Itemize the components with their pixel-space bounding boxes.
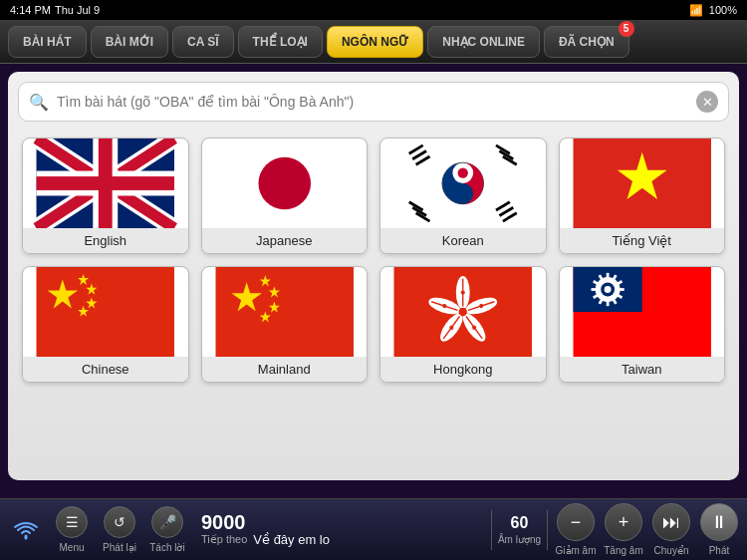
svg-rect-64 bbox=[616, 288, 623, 291]
song-number: 9000 bbox=[201, 512, 246, 532]
decrease-label: Giảm âm bbox=[556, 545, 597, 556]
lang-label-hongkong: Hongkong bbox=[380, 357, 546, 382]
lang-card-tiengviet[interactable]: Tiếng Việt bbox=[559, 138, 726, 254]
status-right: 📶 100% bbox=[689, 4, 737, 17]
lang-card-mainland[interactable]: Mainland bbox=[201, 266, 369, 383]
split-button[interactable]: 🎤 Tách lời bbox=[145, 506, 189, 553]
divider-1 bbox=[491, 510, 492, 550]
menu-button[interactable]: ☰ Menu bbox=[50, 506, 94, 553]
status-bar: 4:14 PM Thu Jul 9 📶 100% bbox=[0, 0, 747, 20]
tab-nhac-online[interactable]: NHẠC ONLINE bbox=[427, 26, 540, 58]
language-grid: English Japanese bbox=[18, 138, 729, 383]
search-input[interactable] bbox=[57, 94, 696, 110]
flag-mainland bbox=[202, 267, 368, 357]
tab-badge: 5 bbox=[619, 21, 634, 37]
replay-label: Phát lại bbox=[103, 542, 136, 553]
flag-hongkong bbox=[380, 267, 546, 357]
flag-taiwan bbox=[560, 267, 725, 357]
lang-card-english[interactable]: English bbox=[22, 138, 189, 254]
lang-card-korean[interactable]: Korean bbox=[379, 138, 547, 254]
increase-button[interactable]: + Tăng âm bbox=[602, 503, 645, 556]
svg-rect-67 bbox=[606, 298, 609, 306]
song-info: 9000 Tiếp theo Về đây em lo bbox=[193, 512, 485, 547]
flag-japanese bbox=[202, 139, 368, 228]
next-song-icon: ⏭ bbox=[652, 503, 690, 541]
lang-label-mainland: Mainland bbox=[202, 357, 368, 382]
lang-label-korean: Korean bbox=[380, 228, 546, 253]
volume-label: Âm lượng bbox=[498, 534, 541, 545]
bottom-bar: ☰ Menu ↺ Phát lại 🎤 Tách lời 9000 Tiếp t… bbox=[0, 498, 747, 560]
svg-rect-29 bbox=[37, 267, 174, 357]
menu-icon: ☰ bbox=[56, 506, 88, 538]
next-label: Tiếp theo bbox=[201, 533, 247, 546]
lang-card-japanese[interactable]: Japanese bbox=[201, 138, 369, 254]
svg-point-10 bbox=[258, 157, 311, 210]
lang-card-taiwan[interactable]: Taiwan bbox=[559, 266, 726, 383]
flag-vietnam bbox=[560, 139, 725, 228]
tab-bai-hat[interactable]: BÀI HÁT bbox=[8, 26, 87, 58]
menu-label: Menu bbox=[59, 542, 84, 553]
play-label: Phát bbox=[709, 545, 730, 556]
increase-icon: + bbox=[605, 503, 642, 541]
time-display: 4:14 PM bbox=[10, 4, 51, 16]
tab-ca-si[interactable]: CA SĨ bbox=[172, 26, 234, 58]
battery-display: 100% bbox=[709, 4, 737, 16]
divider-2 bbox=[547, 510, 548, 550]
lang-label-japanese: Japanese bbox=[202, 228, 368, 253]
wifi-icon bbox=[6, 520, 46, 540]
main-content: 🔍 ✕ bbox=[8, 72, 739, 480]
play-button[interactable]: ⏸ Phát bbox=[697, 503, 741, 556]
split-icon: 🎤 bbox=[151, 506, 183, 538]
tab-the-loai[interactable]: THỂ LOẠI bbox=[238, 26, 323, 58]
lang-label-taiwan: Taiwan bbox=[560, 357, 725, 382]
volume-display: 60 bbox=[511, 514, 529, 532]
date-display: Thu Jul 9 bbox=[55, 4, 100, 16]
flag-korean bbox=[380, 139, 546, 228]
lang-card-chinese[interactable]: Chinese bbox=[22, 266, 189, 383]
split-label: Tách lời bbox=[149, 542, 184, 553]
tab-bai-moi[interactable]: BÀI MỚI bbox=[91, 26, 168, 58]
lang-label-chinese: Chinese bbox=[23, 357, 188, 382]
search-bar[interactable]: 🔍 ✕ bbox=[18, 82, 729, 122]
search-icon: 🔍 bbox=[29, 93, 49, 112]
svg-rect-70 bbox=[591, 288, 599, 291]
replay-button[interactable]: ↺ Phát lại bbox=[98, 506, 141, 553]
search-clear-button[interactable]: ✕ bbox=[696, 91, 718, 113]
svg-point-25 bbox=[458, 167, 468, 177]
wifi-status-icon: 📶 bbox=[689, 4, 703, 17]
increase-label: Tăng âm bbox=[604, 545, 642, 556]
decrease-icon: − bbox=[557, 503, 595, 541]
svg-point-74 bbox=[604, 286, 611, 293]
status-time: 4:14 PM Thu Jul 9 bbox=[10, 4, 100, 16]
svg-rect-61 bbox=[606, 273, 609, 281]
svg-point-53 bbox=[461, 291, 465, 295]
svg-rect-35 bbox=[215, 267, 353, 357]
tab-bar: BÀI HÁT BÀI MỚI CA SĨ THỂ LOẠI NGÔN NGỮ … bbox=[0, 20, 747, 64]
volume-section: 60 Âm lượng bbox=[498, 514, 541, 545]
flag-english bbox=[23, 139, 188, 228]
decrease-button[interactable]: − Giảm âm bbox=[554, 503, 598, 556]
lang-label-english: English bbox=[23, 228, 188, 253]
next-song-label: Chuyển bbox=[654, 545, 689, 556]
svg-point-52 bbox=[459, 308, 467, 316]
lang-card-hongkong[interactable]: Hongkong bbox=[379, 266, 547, 383]
song-title: Về đây em lo bbox=[253, 532, 330, 547]
flag-china bbox=[23, 267, 188, 357]
svg-rect-8 bbox=[37, 176, 174, 190]
replay-icon: ↺ bbox=[104, 506, 135, 538]
svg-point-26 bbox=[458, 188, 468, 198]
tab-da-chon[interactable]: ĐÃ CHỌN 5 bbox=[544, 26, 629, 58]
tab-ngon-ngu[interactable]: NGÔN NGỮ bbox=[327, 26, 423, 58]
play-icon: ⏸ bbox=[700, 503, 738, 541]
next-song-button[interactable]: ⏭ Chuyển bbox=[649, 503, 693, 556]
lang-label-tiengviet: Tiếng Việt bbox=[560, 228, 725, 253]
